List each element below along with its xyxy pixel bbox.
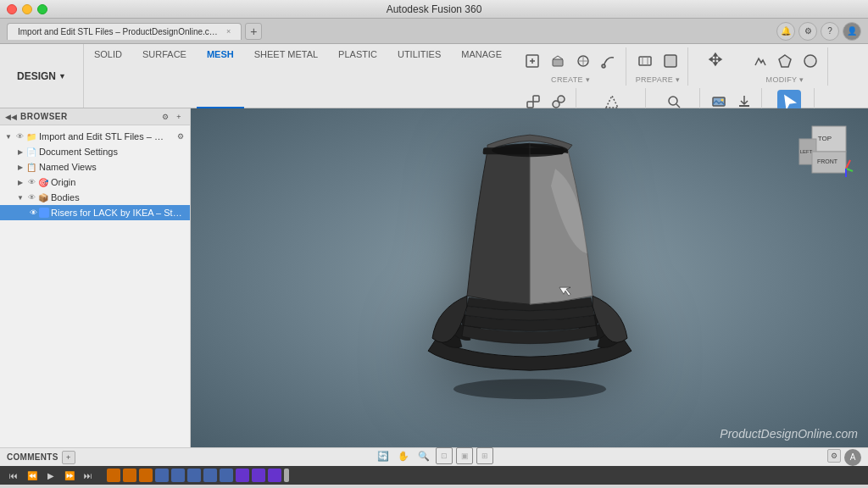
timeline-step-8[interactable] bbox=[220, 469, 233, 482]
create-label[interactable]: CREATE ▾ bbox=[551, 75, 590, 84]
tab-solid[interactable]: SOLID bbox=[84, 44, 132, 108]
active-tab[interactable]: Import and Edit STL Files – ProductDesig… bbox=[7, 23, 242, 40]
root-toggle-icon[interactable]: ▼ bbox=[3, 131, 14, 141]
settings-button[interactable]: ⚙ bbox=[798, 22, 817, 41]
bodies-icon: 📦 bbox=[37, 191, 49, 203]
timeline-step-9[interactable] bbox=[236, 469, 249, 482]
watermark: ProductDesignOnline.com bbox=[720, 427, 858, 441]
sweep-tool[interactable] bbox=[597, 49, 620, 73]
modify-tool-2[interactable] bbox=[773, 49, 797, 73]
tab-manage[interactable]: MANAGE bbox=[451, 44, 512, 108]
comments-settings-button[interactable]: ⚙ bbox=[827, 449, 841, 463]
timeline-end-button[interactable]: ⏭ bbox=[81, 469, 95, 482]
timeline-step-10[interactable] bbox=[252, 469, 265, 482]
move-icons bbox=[704, 47, 727, 71]
minimize-button[interactable] bbox=[22, 4, 32, 14]
viewport[interactable]: TOP LEFT FRONT ProductDesignOnline.com bbox=[191, 108, 868, 447]
timeline-step-6[interactable] bbox=[187, 469, 201, 482]
traffic-lights bbox=[7, 4, 47, 14]
move-tool[interactable] bbox=[704, 47, 727, 71]
timeline-step-11[interactable] bbox=[268, 469, 281, 482]
named-views-label: Named Views bbox=[39, 162, 97, 172]
help-button[interactable]: ? bbox=[821, 22, 839, 41]
timeline-play-button[interactable]: ▶ bbox=[44, 469, 58, 482]
timeline-prev-button[interactable]: ⏪ bbox=[25, 469, 39, 482]
timeline-next-button[interactable]: ⏩ bbox=[63, 469, 76, 482]
risers-eye-icon[interactable]: 👁 bbox=[27, 207, 39, 219]
tree-item-document-settings[interactable]: ▶ 📄 Document Settings bbox=[0, 144, 190, 159]
browser-controls: ⚙ + bbox=[159, 111, 185, 123]
bodies-eye-icon[interactable]: 👁 bbox=[25, 191, 37, 203]
bodies-toggle-icon[interactable]: ▼ bbox=[15, 192, 25, 202]
move-label bbox=[711, 74, 719, 85]
timeline-step-4[interactable] bbox=[155, 469, 169, 482]
browser-expand-button[interactable]: + bbox=[173, 111, 185, 123]
tab-close-button[interactable]: × bbox=[226, 27, 231, 36]
origin-eye-icon[interactable]: 👁 bbox=[25, 176, 37, 188]
tab-plastic[interactable]: PLASTIC bbox=[328, 44, 387, 108]
origin-toggle-icon[interactable]: ▶ bbox=[15, 177, 25, 187]
tree-item-bodies[interactable]: ▼ 👁 📦 Bodies bbox=[0, 190, 190, 205]
comments-expand-button[interactable]: + bbox=[62, 451, 75, 464]
timeline-step-5[interactable] bbox=[171, 469, 185, 482]
notification-bell-button[interactable]: 🔔 bbox=[776, 22, 795, 41]
timeline-step-1[interactable] bbox=[107, 469, 120, 482]
modify-tool-1[interactable] bbox=[748, 49, 771, 73]
grid-button[interactable]: ⊞ bbox=[476, 447, 493, 464]
zoom-tool[interactable]: 🔍 bbox=[415, 447, 432, 464]
prepare-tool-1[interactable] bbox=[633, 49, 657, 73]
tree-root[interactable]: ▼ 👁 📁 Import and Edit STL Files – … ⚙ bbox=[0, 129, 190, 144]
named-views-toggle-icon[interactable]: ▶ bbox=[15, 162, 25, 172]
timeline-step-2[interactable] bbox=[123, 469, 136, 482]
timeline-step-3[interactable] bbox=[139, 469, 153, 482]
comments-label: COMMENTS bbox=[7, 452, 58, 462]
user-avatar[interactable]: 👤 bbox=[843, 22, 861, 41]
browser-settings-button[interactable]: ⚙ bbox=[159, 111, 171, 123]
timeline-step-7[interactable] bbox=[203, 469, 217, 482]
design-chevron-icon: ▼ bbox=[58, 72, 66, 80]
svg-rect-5 bbox=[665, 55, 676, 67]
svg-rect-1 bbox=[553, 59, 563, 66]
doc-settings-toggle-icon[interactable]: ▶ bbox=[15, 147, 25, 157]
create-group: CREATE ▾ bbox=[515, 47, 626, 86]
tab-surface[interactable]: SURFACE bbox=[132, 44, 197, 108]
display-mode-button[interactable]: ▣ bbox=[456, 447, 473, 464]
browser-title: BROWSER bbox=[20, 112, 68, 121]
tab-utilities[interactable]: UTILITIES bbox=[387, 44, 451, 108]
extrude-tool[interactable] bbox=[546, 49, 570, 73]
new-tab-button[interactable]: + bbox=[245, 23, 262, 40]
design-menu[interactable]: DESIGN ▼ bbox=[0, 44, 84, 108]
modify-icons bbox=[748, 49, 822, 73]
modify-label[interactable]: MODIFY ▾ bbox=[766, 75, 804, 84]
zoom-fit-button[interactable]: ⊡ bbox=[436, 447, 453, 464]
prepare-label[interactable]: PREPARE ▾ bbox=[636, 75, 681, 84]
prepare-icons bbox=[633, 49, 682, 73]
collapse-icon[interactable]: ◀◀ bbox=[5, 113, 17, 121]
tree-item-origin[interactable]: ▶ 👁 🎯 Origin bbox=[0, 175, 190, 190]
tab-sheet-metal[interactable]: SHEET METAL bbox=[244, 44, 328, 108]
comments-user-avatar[interactable]: A bbox=[844, 449, 861, 466]
modify-tool-3[interactable] bbox=[798, 49, 822, 73]
tree-item-named-views[interactable]: ▶ 📋 Named Views bbox=[0, 159, 190, 175]
root-settings-icon[interactable]: ⚙ bbox=[175, 130, 186, 142]
orbit-tool[interactable]: 🔄 bbox=[375, 447, 392, 464]
tab-mesh[interactable]: MESH bbox=[197, 44, 244, 108]
pan-tool[interactable]: ✋ bbox=[395, 447, 412, 464]
revolve-tool[interactable] bbox=[571, 49, 595, 73]
prepare-tool-2[interactable] bbox=[659, 49, 682, 73]
named-views-icon: 📋 bbox=[25, 161, 37, 173]
new-body-tool[interactable] bbox=[520, 49, 544, 73]
timeline-steps bbox=[107, 469, 289, 482]
navigation-cube[interactable]: TOP LEFT FRONT bbox=[795, 122, 854, 181]
design-label: DESIGN bbox=[17, 70, 56, 82]
maximize-button[interactable] bbox=[37, 4, 47, 14]
design-button[interactable]: DESIGN ▼ bbox=[10, 67, 73, 86]
timeline-beginning-button[interactable]: ⏮ bbox=[7, 469, 20, 482]
svg-point-12 bbox=[669, 97, 677, 105]
timeline-step-12[interactable] bbox=[284, 469, 289, 482]
root-eye-icon[interactable]: 👁 bbox=[14, 130, 25, 142]
nav-cube-svg: TOP LEFT FRONT bbox=[795, 122, 854, 181]
tab-right-controls: 🔔 ⚙ ? 👤 bbox=[776, 22, 861, 41]
close-button[interactable] bbox=[7, 4, 17, 14]
tree-item-risers[interactable]: 👁 Risers for LACK by IKEA – St… bbox=[0, 205, 190, 220]
